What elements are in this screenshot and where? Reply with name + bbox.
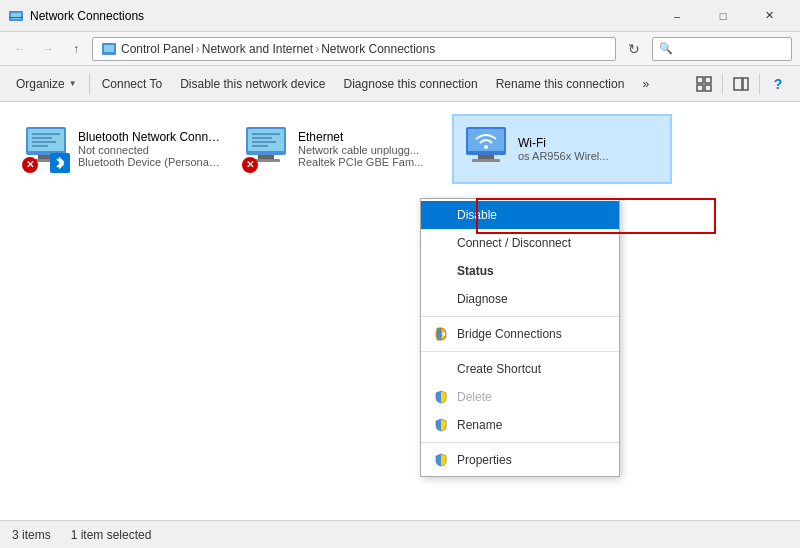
- svg-rect-16: [32, 137, 52, 139]
- toolbar-separator-1: [89, 74, 90, 94]
- svg-point-29: [484, 145, 488, 149]
- ctx-bridge-label: Bridge Connections: [457, 327, 562, 341]
- ctx-diagnose[interactable]: Diagnose: [421, 285, 619, 313]
- connect-to-button[interactable]: Connect To: [94, 70, 171, 98]
- svg-rect-7: [697, 85, 703, 91]
- ctx-properties[interactable]: Properties: [421, 446, 619, 474]
- ethernet-name: Ethernet: [298, 130, 442, 144]
- maximize-button[interactable]: □: [700, 0, 746, 32]
- ctx-status-label: Status: [457, 264, 494, 278]
- breadcrumb-network-internet[interactable]: Network and Internet: [202, 42, 313, 56]
- search-icon: 🔍: [659, 42, 673, 55]
- svg-rect-17: [32, 141, 56, 143]
- svg-rect-30: [478, 155, 494, 159]
- ctx-disable-label: Disable: [457, 208, 497, 222]
- rename-shield-icon: [431, 415, 451, 435]
- bluetooth-info: Bluetooth Network Connection Not connect…: [78, 130, 222, 168]
- ctx-status[interactable]: Status: [421, 257, 619, 285]
- bluetooth-name: Bluetooth Network Connection: [78, 130, 222, 144]
- svg-rect-2: [9, 17, 23, 18]
- minimize-button[interactable]: –: [654, 0, 700, 32]
- window-title: Network Connections: [30, 9, 654, 23]
- ctx-bridge-connections[interactable]: Bridge Connections: [421, 320, 619, 348]
- ctx-shortcut-label: Create Shortcut: [457, 362, 541, 376]
- breadcrumb-network-connections[interactable]: Network Connections: [321, 42, 435, 56]
- organize-button[interactable]: Organize ▼: [8, 70, 85, 98]
- adapter-wifi[interactable]: Wi-Fi os AR956x Wirel...: [452, 114, 672, 184]
- svg-rect-23: [252, 133, 280, 135]
- toolbar-separator-3: [759, 74, 760, 94]
- toolbar-separator-2: [722, 74, 723, 94]
- main-content: ✕ Bluetooth Network Connection Not conne…: [0, 102, 800, 520]
- ctx-sep-3: [421, 442, 619, 443]
- selected-count: 1 item selected: [71, 528, 152, 542]
- ctx-disable[interactable]: Disable: [421, 201, 619, 229]
- delete-shield-icon: [431, 387, 451, 407]
- ctx-connect-disconnect[interactable]: Connect / Disconnect: [421, 229, 619, 257]
- forward-button[interactable]: →: [36, 37, 60, 61]
- ctx-rename-label: Rename: [457, 418, 502, 432]
- disable-button[interactable]: Disable this network device: [172, 70, 333, 98]
- bridge-connections-icon: [431, 324, 451, 344]
- svg-rect-12: [28, 129, 64, 151]
- refresh-button[interactable]: ↻: [620, 37, 648, 61]
- svg-rect-6: [705, 77, 711, 83]
- window-icon: [8, 8, 24, 24]
- ctx-diagnose-label: Diagnose: [457, 292, 508, 306]
- ctx-connect-label: Connect / Disconnect: [457, 236, 571, 250]
- adapter-ethernet[interactable]: ✕ Ethernet Network cable unplugg... Real…: [232, 114, 452, 184]
- breadcrumb-control-panel[interactable]: Control Panel: [121, 42, 194, 56]
- bluetooth-overlay-icon: [50, 153, 70, 173]
- view-options-button[interactable]: [690, 70, 718, 98]
- wifi-icon-wrap: [462, 125, 510, 173]
- ethernet-device: Realtek PCIe GBE Fam...: [298, 156, 442, 168]
- wifi-name: Wi-Fi: [518, 136, 662, 150]
- svg-rect-21: [258, 155, 274, 159]
- diagnose-button[interactable]: Diagnose this connection: [336, 70, 486, 98]
- address-bar: ← → ↑ Control Panel › Network and Intern…: [0, 32, 800, 66]
- search-box[interactable]: 🔍: [652, 37, 792, 61]
- bluetooth-error-icon: ✕: [22, 157, 38, 173]
- svg-rect-15: [32, 133, 60, 135]
- wifi-adapter-icon: [462, 125, 510, 165]
- ethernet-icon-wrap: ✕: [242, 125, 290, 173]
- close-button[interactable]: ✕: [746, 0, 792, 32]
- ethernet-status: Network cable unplugg...: [298, 144, 442, 156]
- show-pane-button[interactable]: [727, 70, 755, 98]
- ctx-rename[interactable]: Rename: [421, 411, 619, 439]
- address-box[interactable]: Control Panel › Network and Internet › N…: [92, 37, 616, 61]
- svg-rect-24: [252, 137, 272, 139]
- ethernet-error-icon: ✕: [242, 157, 258, 173]
- wifi-device: os AR956x Wirel...: [518, 150, 662, 162]
- toolbar-right: ?: [690, 70, 792, 98]
- ctx-create-shortcut[interactable]: Create Shortcut: [421, 355, 619, 383]
- more-button[interactable]: »: [634, 70, 657, 98]
- ctx-delete-label: Delete: [457, 390, 492, 404]
- back-button[interactable]: ←: [8, 37, 32, 61]
- window-controls: – □ ✕: [654, 0, 792, 32]
- svg-rect-26: [252, 145, 268, 147]
- svg-rect-31: [472, 159, 500, 162]
- svg-rect-20: [248, 129, 284, 151]
- status-bar: 3 items 1 item selected: [0, 520, 800, 548]
- svg-rect-1: [11, 13, 21, 19]
- svg-rect-5: [697, 77, 703, 83]
- adapter-bluetooth[interactable]: ✕ Bluetooth Network Connection Not conne…: [12, 114, 232, 184]
- up-button[interactable]: ↑: [64, 37, 88, 61]
- rename-button[interactable]: Rename this connection: [488, 70, 633, 98]
- svg-rect-4: [104, 45, 114, 52]
- help-button[interactable]: ?: [764, 70, 792, 98]
- properties-shield-icon: [431, 450, 451, 470]
- ctx-properties-label: Properties: [457, 453, 512, 467]
- svg-rect-18: [32, 145, 48, 147]
- svg-rect-25: [252, 141, 276, 143]
- wifi-info: Wi-Fi os AR956x Wirel...: [518, 136, 662, 162]
- svg-rect-10: [743, 78, 748, 90]
- context-menu: Disable Connect / Disconnect Status Diag…: [420, 198, 620, 477]
- ctx-delete: Delete: [421, 383, 619, 411]
- bluetooth-device: Bluetooth Device (Personal Area ...: [78, 156, 222, 168]
- bluetooth-status: Not connected: [78, 144, 222, 156]
- svg-rect-8: [705, 85, 711, 91]
- organize-dropdown-arrow: ▼: [69, 79, 77, 88]
- svg-rect-9: [734, 78, 742, 90]
